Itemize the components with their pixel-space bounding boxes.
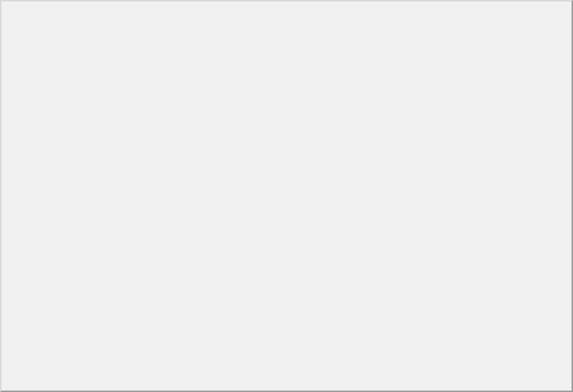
rrdtool-graph-window [0,0,573,392]
temperature-chart [1,1,573,274]
